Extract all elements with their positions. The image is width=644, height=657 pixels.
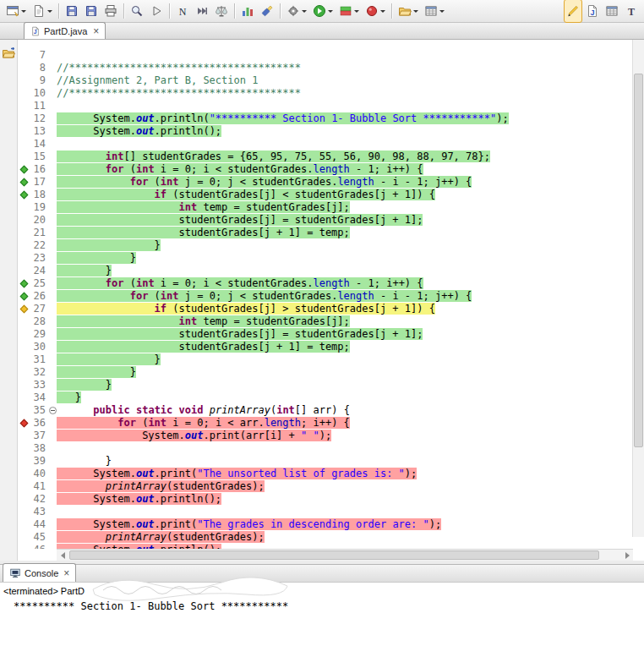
- dropdown-arrow-icon[interactable]: [413, 10, 418, 13]
- code-line-14[interactable]: 14: [18, 138, 644, 151]
- code-line-9[interactable]: 9//Assignment 2, Part B, Section 1: [18, 74, 644, 87]
- dropdown-arrow-icon[interactable]: [439, 10, 445, 13]
- code-line-44[interactable]: 44 System.out.print("The grades in desce…: [18, 518, 644, 531]
- code-line-8[interactable]: 8//*************************************…: [18, 62, 644, 74]
- coverage-yellow-diamond-icon: [20, 304, 29, 313]
- toolbar-flashlight-search-button[interactable]: [258, 0, 276, 23]
- code-line-21[interactable]: 21 studentGrades[j + 1] = temp;: [18, 227, 644, 239]
- toolbar-java-file-button[interactable]: J: [583, 0, 602, 23]
- code-line-16[interactable]: 16 for (int i = 0; i < studentGrades.len…: [18, 163, 644, 176]
- annotation-ruler-cell: [18, 430, 31, 442]
- coverage-green-diamond-icon: [20, 190, 29, 199]
- code-line-35[interactable]: 35 public static void printArray(int[] a…: [18, 404, 644, 417]
- console-tab-close-icon[interactable]: ×: [63, 569, 69, 578]
- collapse-minus-icon[interactable]: [49, 407, 57, 414]
- annotation-ruler-cell: [18, 391, 31, 404]
- annotation-ruler-cell: [18, 417, 31, 430]
- toolbar-run-button[interactable]: [310, 0, 336, 23]
- annotation-ruler-cell: [18, 480, 31, 493]
- code-line-11[interactable]: 11: [18, 100, 644, 112]
- code-line-25[interactable]: 25 for (int i = 0; i < studentGrades.len…: [18, 277, 644, 290]
- code-line-42[interactable]: 42 System.out.println();: [18, 493, 644, 506]
- horizontal-scrollbar[interactable]: [57, 549, 633, 561]
- toolbar-coverage-button[interactable]: [336, 0, 362, 23]
- code-line-27[interactable]: 27 if (studentGrades[j] > studentGrades[…: [18, 303, 644, 315]
- code-line-17[interactable]: 17 for (int j = 0; j < studentGrades.len…: [18, 176, 644, 189]
- toolbar-letter-t-button[interactable]: T: [622, 0, 641, 23]
- code-line-34[interactable]: 34 }: [18, 391, 644, 404]
- scroll-right-arrow-icon[interactable]: [621, 550, 633, 561]
- toolbar-scales-button[interactable]: [212, 0, 231, 23]
- table-icon: [605, 4, 619, 18]
- horizontal-scrollbar-thumb[interactable]: [69, 550, 599, 560]
- dropdown-arrow-icon[interactable]: [47, 10, 52, 13]
- package-explorer-folder-icon[interactable]: [2, 47, 15, 60]
- line-number: 8: [31, 62, 48, 74]
- code-line-39[interactable]: 39 }: [18, 455, 644, 468]
- code-line-22[interactable]: 22 }: [18, 239, 644, 252]
- code-line-20[interactable]: 20 studentGrades[j] = studentGrades[j + …: [18, 214, 644, 227]
- code-line-40[interactable]: 40 System.out.print("The unsorted list o…: [18, 468, 644, 480]
- code-line-7[interactable]: 7: [18, 49, 644, 62]
- toolbar-open-folder-button[interactable]: [396, 0, 421, 23]
- code-line-37[interactable]: 37 System.out.print(arr[i] + " ");: [18, 430, 644, 442]
- tab-console[interactable]: Console ×: [3, 563, 76, 582]
- toolbar-save-all-button[interactable]: [82, 0, 101, 23]
- code-line-30[interactable]: 30 studentGrades[j + 1] = temp;: [18, 341, 644, 353]
- code-line-15[interactable]: 15 int[] studentGrades = {65, 95, 75, 55…: [18, 151, 644, 163]
- toolbar-print-button[interactable]: [101, 0, 120, 23]
- toolbar-run-last-button[interactable]: [147, 0, 166, 23]
- vertical-scrollbar[interactable]: [632, 40, 644, 537]
- open-folder-icon: [398, 4, 412, 18]
- line-number: 31: [31, 353, 48, 366]
- code-viewport[interactable]: 78//************************************…: [18, 40, 644, 549]
- code-line-32[interactable]: 32 }: [18, 366, 644, 379]
- scroll-left-arrow-icon[interactable]: [57, 550, 68, 561]
- annotation-ruler-cell: [18, 252, 31, 265]
- fold-ruler-cell: [48, 531, 57, 544]
- code-editor[interactable]: 78//************************************…: [18, 40, 644, 561]
- toolbar-save-button[interactable]: [63, 0, 81, 23]
- code-line-29[interactable]: 29 studentGrades[j] = studentGrades[j + …: [18, 328, 644, 341]
- toolbar-letter-n-button[interactable]: N: [173, 0, 192, 23]
- toolbar-new-wizard-button[interactable]: [3, 0, 29, 23]
- code-line-19[interactable]: 19 int temp = studentGrades[j];: [18, 201, 644, 214]
- dropdown-arrow-icon[interactable]: [21, 10, 26, 13]
- dropdown-arrow-icon[interactable]: [354, 10, 359, 13]
- dropdown-arrow-icon[interactable]: [380, 10, 385, 13]
- toolbar-external-tools-button[interactable]: [284, 0, 309, 23]
- tab-close-icon[interactable]: ×: [93, 27, 99, 36]
- code-line-10[interactable]: 10//************************************…: [18, 87, 644, 100]
- code-line-28[interactable]: 28 int temp = studentGrades[j];: [18, 315, 644, 328]
- code-line-41[interactable]: 41 printArray(studentGrades);: [18, 480, 644, 493]
- fold-ruler-cell: [48, 252, 57, 265]
- code-line-43[interactable]: 43: [18, 506, 644, 518]
- toolbar-open-table-button[interactable]: [422, 0, 447, 23]
- vertical-scrollbar-thumb[interactable]: [634, 74, 643, 447]
- code-line-23[interactable]: 23 }: [18, 252, 644, 265]
- code-line-18[interactable]: 18 if (studentGrades[j] < studentGrades[…: [18, 189, 644, 201]
- annotation-ruler-cell: [18, 531, 31, 544]
- code-line-12[interactable]: 12 System.out.println("********** Sectio…: [18, 112, 644, 125]
- annotation-ruler-cell: [18, 112, 31, 125]
- toolbar-fast-forward-button[interactable]: [193, 0, 211, 23]
- toolbar-table-button[interactable]: [603, 0, 621, 23]
- new-file-icon: [32, 4, 46, 18]
- toolbar-chart-button[interactable]: [238, 0, 257, 23]
- dropdown-arrow-icon[interactable]: [302, 10, 307, 13]
- tab-partd-java[interactable]: J PartD.java ×: [24, 22, 106, 39]
- toolbar-profile-button[interactable]: [363, 0, 388, 23]
- code-line-36[interactable]: 36 for (int i = 0; i < arr.length; i++) …: [18, 417, 644, 430]
- dropdown-arrow-icon[interactable]: [328, 10, 333, 13]
- toolbar-highlighter-button[interactable]: [564, 0, 582, 23]
- code-line-33[interactable]: 33 }: [18, 379, 644, 391]
- toolbar-magnifier-button[interactable]: [128, 0, 146, 23]
- code-line-26[interactable]: 26 for (int j = 0; j < studentGrades.len…: [18, 290, 644, 303]
- minimized-view-strip: [0, 40, 18, 561]
- code-line-13[interactable]: 13 System.out.println();: [18, 125, 644, 138]
- code-line-38[interactable]: 38: [18, 442, 644, 455]
- toolbar-new-file-button[interactable]: [30, 0, 55, 23]
- code-line-24[interactable]: 24 }: [18, 265, 644, 277]
- code-line-31[interactable]: 31 }: [18, 353, 644, 366]
- code-line-45[interactable]: 45 printArray(studentGrades);: [18, 531, 644, 544]
